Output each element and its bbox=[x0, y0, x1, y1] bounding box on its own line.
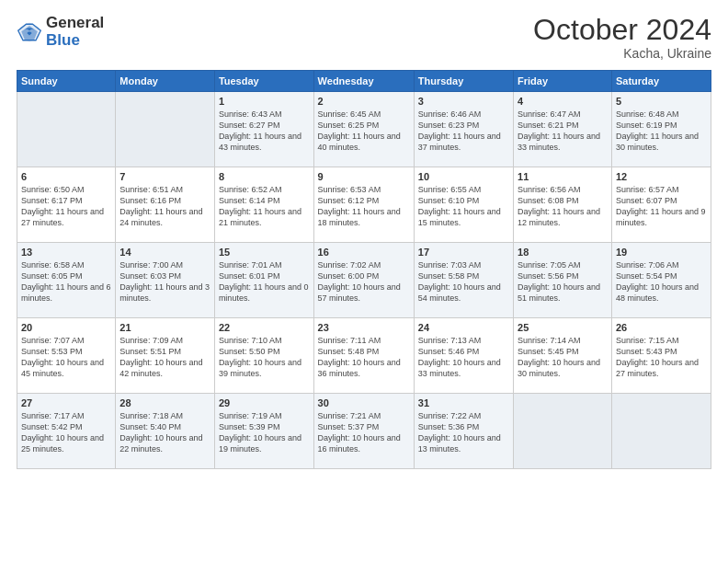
col-header-monday: Monday bbox=[116, 71, 215, 92]
day-detail: Sunrise: 6:43 AMSunset: 6:27 PMDaylight:… bbox=[219, 109, 310, 154]
col-header-tuesday: Tuesday bbox=[214, 71, 313, 92]
day-number: 13 bbox=[21, 247, 111, 258]
page: General Blue October 2024 Kacha, Ukraine… bbox=[0, 0, 728, 563]
col-header-saturday: Saturday bbox=[611, 71, 711, 92]
day-detail: Sunrise: 7:18 AMSunset: 5:40 PMDaylight:… bbox=[119, 410, 210, 455]
day-detail: Sunrise: 7:11 AMSunset: 5:48 PMDaylight:… bbox=[318, 335, 410, 380]
header: General Blue October 2024 Kacha, Ukraine bbox=[17, 15, 711, 61]
calendar-cell: 26Sunrise: 7:15 AMSunset: 5:43 PMDayligh… bbox=[611, 318, 711, 394]
calendar-header-row: SundayMondayTuesdayWednesdayThursdayFrid… bbox=[17, 71, 711, 92]
day-detail: Sunrise: 7:15 AMSunset: 5:43 PMDaylight:… bbox=[616, 335, 707, 380]
calendar-cell: 12Sunrise: 6:57 AMSunset: 6:07 PMDayligh… bbox=[611, 167, 711, 243]
calendar-cell bbox=[514, 394, 612, 469]
col-header-thursday: Thursday bbox=[414, 71, 513, 92]
day-detail: Sunrise: 6:48 AMSunset: 6:19 PMDaylight:… bbox=[616, 109, 707, 154]
day-number: 1 bbox=[219, 96, 310, 107]
day-number: 26 bbox=[616, 322, 707, 333]
day-number: 14 bbox=[119, 247, 210, 258]
day-detail: Sunrise: 7:09 AMSunset: 5:51 PMDaylight:… bbox=[119, 335, 210, 380]
calendar-cell: 11Sunrise: 6:56 AMSunset: 6:08 PMDayligh… bbox=[514, 167, 612, 243]
day-detail: Sunrise: 6:47 AMSunset: 6:21 PMDaylight:… bbox=[518, 109, 608, 154]
calendar-cell: 31Sunrise: 7:22 AMSunset: 5:36 PMDayligh… bbox=[414, 394, 513, 469]
calendar-cell: 20Sunrise: 7:07 AMSunset: 5:53 PMDayligh… bbox=[17, 318, 116, 394]
calendar-cell: 5Sunrise: 6:48 AMSunset: 6:19 PMDaylight… bbox=[611, 92, 711, 167]
calendar-cell: 2Sunrise: 6:45 AMSunset: 6:25 PMDaylight… bbox=[313, 92, 414, 167]
day-detail: Sunrise: 7:22 AMSunset: 5:36 PMDaylight:… bbox=[418, 410, 509, 455]
day-number: 8 bbox=[219, 171, 310, 182]
day-detail: Sunrise: 7:05 AMSunset: 5:56 PMDaylight:… bbox=[518, 259, 608, 304]
calendar-cell: 18Sunrise: 7:05 AMSunset: 5:56 PMDayligh… bbox=[514, 243, 612, 318]
calendar-week-3: 20Sunrise: 7:07 AMSunset: 5:53 PMDayligh… bbox=[17, 318, 711, 394]
day-detail: Sunrise: 6:51 AMSunset: 6:16 PMDaylight:… bbox=[119, 184, 210, 229]
calendar-week-0: 1Sunrise: 6:43 AMSunset: 6:27 PMDaylight… bbox=[17, 92, 711, 167]
day-detail: Sunrise: 7:07 AMSunset: 5:53 PMDaylight:… bbox=[21, 335, 111, 380]
day-detail: Sunrise: 6:58 AMSunset: 6:05 PMDaylight:… bbox=[21, 259, 111, 304]
calendar-week-4: 27Sunrise: 7:17 AMSunset: 5:42 PMDayligh… bbox=[17, 394, 711, 469]
day-number: 10 bbox=[418, 171, 509, 182]
calendar-cell: 25Sunrise: 7:14 AMSunset: 5:45 PMDayligh… bbox=[514, 318, 612, 394]
day-number: 25 bbox=[518, 322, 608, 333]
calendar-cell bbox=[116, 92, 215, 167]
calendar-cell bbox=[17, 92, 116, 167]
day-number: 2 bbox=[318, 96, 410, 107]
day-number: 15 bbox=[219, 247, 310, 258]
day-detail: Sunrise: 7:03 AMSunset: 5:58 PMDaylight:… bbox=[418, 259, 509, 304]
day-detail: Sunrise: 6:52 AMSunset: 6:14 PMDaylight:… bbox=[219, 184, 310, 229]
calendar-cell: 6Sunrise: 6:50 AMSunset: 6:17 PMDaylight… bbox=[17, 167, 116, 243]
calendar-cell: 16Sunrise: 7:02 AMSunset: 6:00 PMDayligh… bbox=[313, 243, 414, 318]
calendar-week-1: 6Sunrise: 6:50 AMSunset: 6:17 PMDaylight… bbox=[17, 167, 711, 243]
day-detail: Sunrise: 7:13 AMSunset: 5:46 PMDaylight:… bbox=[418, 335, 509, 380]
day-number: 9 bbox=[318, 171, 410, 182]
day-number: 28 bbox=[119, 397, 210, 408]
day-detail: Sunrise: 6:53 AMSunset: 6:12 PMDaylight:… bbox=[318, 184, 410, 229]
logo-general: General bbox=[46, 15, 104, 32]
day-detail: Sunrise: 7:10 AMSunset: 5:50 PMDaylight:… bbox=[219, 335, 310, 380]
calendar-cell: 27Sunrise: 7:17 AMSunset: 5:42 PMDayligh… bbox=[17, 394, 116, 469]
logo: General Blue bbox=[17, 15, 104, 49]
day-detail: Sunrise: 7:19 AMSunset: 5:39 PMDaylight:… bbox=[219, 410, 310, 455]
day-number: 22 bbox=[219, 322, 310, 333]
calendar-cell: 8Sunrise: 6:52 AMSunset: 6:14 PMDaylight… bbox=[214, 167, 313, 243]
calendar-cell: 4Sunrise: 6:47 AMSunset: 6:21 PMDaylight… bbox=[514, 92, 612, 167]
day-number: 11 bbox=[518, 171, 608, 182]
logo-text: General Blue bbox=[46, 15, 104, 49]
col-header-wednesday: Wednesday bbox=[313, 71, 414, 92]
day-detail: Sunrise: 7:06 AMSunset: 5:54 PMDaylight:… bbox=[616, 259, 707, 304]
day-number: 29 bbox=[219, 397, 310, 408]
day-number: 5 bbox=[616, 96, 707, 107]
title-block: October 2024 Kacha, Ukraine bbox=[533, 15, 711, 61]
day-number: 21 bbox=[119, 322, 210, 333]
day-number: 23 bbox=[318, 322, 410, 333]
day-number: 3 bbox=[418, 96, 509, 107]
day-detail: Sunrise: 6:57 AMSunset: 6:07 PMDaylight:… bbox=[616, 184, 707, 229]
day-detail: Sunrise: 6:56 AMSunset: 6:08 PMDaylight:… bbox=[518, 184, 608, 229]
day-detail: Sunrise: 6:55 AMSunset: 6:10 PMDaylight:… bbox=[418, 184, 509, 229]
day-detail: Sunrise: 6:50 AMSunset: 6:17 PMDaylight:… bbox=[21, 184, 111, 229]
day-number: 16 bbox=[318, 247, 410, 258]
day-number: 4 bbox=[518, 96, 608, 107]
day-detail: Sunrise: 7:17 AMSunset: 5:42 PMDaylight:… bbox=[21, 410, 111, 455]
day-number: 31 bbox=[418, 397, 509, 408]
day-detail: Sunrise: 6:46 AMSunset: 6:23 PMDaylight:… bbox=[418, 109, 509, 154]
calendar-cell: 21Sunrise: 7:09 AMSunset: 5:51 PMDayligh… bbox=[116, 318, 215, 394]
col-header-sunday: Sunday bbox=[17, 71, 116, 92]
calendar-cell: 19Sunrise: 7:06 AMSunset: 5:54 PMDayligh… bbox=[611, 243, 711, 318]
location: Kacha, Ukraine bbox=[533, 46, 711, 61]
month-title: October 2024 bbox=[533, 15, 711, 44]
calendar-cell bbox=[611, 394, 711, 469]
day-number: 24 bbox=[418, 322, 509, 333]
calendar-cell: 23Sunrise: 7:11 AMSunset: 5:48 PMDayligh… bbox=[313, 318, 414, 394]
day-number: 6 bbox=[21, 171, 111, 182]
calendar-cell: 3Sunrise: 6:46 AMSunset: 6:23 PMDaylight… bbox=[414, 92, 513, 167]
calendar-cell: 24Sunrise: 7:13 AMSunset: 5:46 PMDayligh… bbox=[414, 318, 513, 394]
day-detail: Sunrise: 7:14 AMSunset: 5:45 PMDaylight:… bbox=[518, 335, 608, 380]
day-number: 30 bbox=[318, 397, 410, 408]
day-number: 7 bbox=[119, 171, 210, 182]
day-detail: Sunrise: 7:00 AMSunset: 6:03 PMDaylight:… bbox=[119, 259, 210, 304]
day-number: 20 bbox=[21, 322, 111, 333]
calendar-week-2: 13Sunrise: 6:58 AMSunset: 6:05 PMDayligh… bbox=[17, 243, 711, 318]
logo-icon bbox=[17, 19, 42, 45]
day-number: 27 bbox=[21, 397, 111, 408]
calendar-cell: 7Sunrise: 6:51 AMSunset: 6:16 PMDaylight… bbox=[116, 167, 215, 243]
day-detail: Sunrise: 7:02 AMSunset: 6:00 PMDaylight:… bbox=[318, 259, 410, 304]
